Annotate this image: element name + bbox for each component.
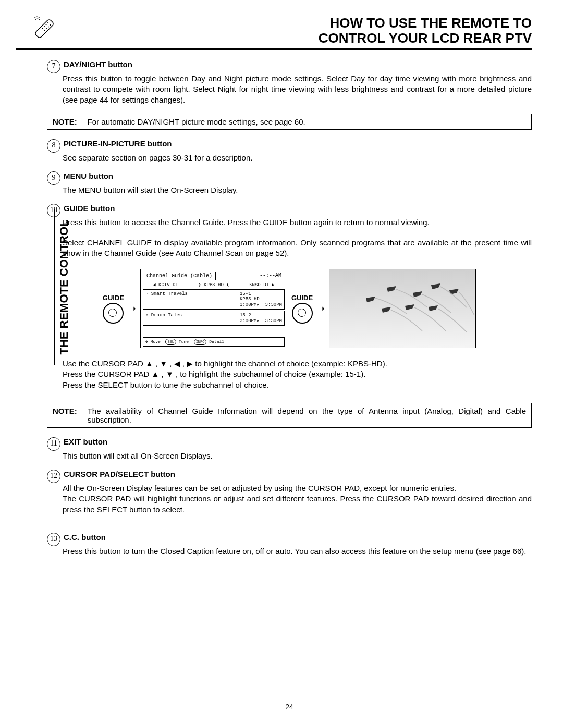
- item-number: 13: [47, 533, 60, 546]
- note-text: For automatic DAY/NIGHT picture mode set…: [88, 117, 305, 126]
- svg-point-3: [45, 24, 47, 26]
- guide-button-icon: GUIDE: [291, 294, 313, 324]
- guide-flow-diagram: GUIDE ➝ Channel Guide (Cable) --:--AM ◀ …: [47, 269, 532, 348]
- item-12: 12 CURSOR PAD/SELECT button All the On-S…: [47, 470, 532, 515]
- item-title: CURSOR PAD/SELECT button: [64, 470, 175, 478]
- guide-button-icon: GUIDE: [103, 294, 124, 324]
- svg-rect-0: [34, 19, 54, 39]
- svg-point-5: [44, 26, 45, 27]
- item-desc: See separate section on pages 30-31 for …: [63, 153, 532, 163]
- page-header: HOW TO USE THE REMOTE TO CONTROL YOUR LC…: [16, 16, 532, 50]
- item-9: 9 MENU button The MENU button will start…: [47, 171, 532, 195]
- note-box-1: NOTE: For automatic DAY/NIGHT picture mo…: [47, 114, 532, 130]
- item-desc: Press this button to toggle between Day …: [63, 73, 532, 105]
- item-title: C.C. button: [64, 533, 106, 541]
- arrow-right-icon: ➝: [128, 303, 136, 314]
- osd-program-row: ▫ Smart Travels 15-1KPBS-HD3:00PM▸ 3:30P…: [143, 289, 285, 310]
- osd-clock: --:--AM: [260, 273, 282, 278]
- osd-footer: ✥ Move SEL Tune INFO Detail: [143, 337, 285, 347]
- channel-guide-osd: Channel Guide (Cable) --:--AM ◀ KGTV-DT …: [140, 269, 287, 348]
- item-number: 9: [47, 171, 60, 185]
- svg-point-8: [44, 30, 45, 31]
- svg-point-4: [47, 26, 49, 28]
- item-number: 7: [47, 60, 60, 73]
- svg-point-6: [46, 28, 47, 30]
- arrow-right-icon: ➝: [317, 303, 325, 314]
- item-title: EXIT button: [64, 437, 107, 446]
- note-box-2: NOTE: The availability of Channel Guide …: [47, 403, 532, 428]
- item-8: 8 PICTURE-IN-PICTURE button See separate…: [47, 139, 532, 163]
- item-number: 8: [47, 139, 60, 153]
- item-11: 11 EXIT button This button will exit all…: [47, 437, 532, 461]
- note-label: NOTE:: [53, 406, 77, 424]
- page-title: HOW TO USE THE REMOTE TO CONTROL YOUR LC…: [57, 16, 532, 45]
- note-text: The availability of Channel Guide Inform…: [88, 406, 526, 424]
- item-7: 7 DAY/NIGHT button Press this button to …: [47, 60, 532, 105]
- svg-point-2: [50, 24, 51, 26]
- section-side-label: THE REMOTE CONTROL: [16, 60, 31, 711]
- note-label: NOTE:: [53, 117, 77, 126]
- item-desc: Press this button to turn the Closed Cap…: [63, 546, 532, 557]
- item-title: DAY/NIGHT button: [64, 60, 132, 69]
- item-number: 11: [47, 437, 60, 451]
- cursor-instruction-3: Press the SELECT button to tune the subc…: [63, 380, 532, 390]
- item-title: MENU button: [64, 171, 113, 180]
- osd-tab: Channel Guide (Cable): [143, 272, 216, 280]
- item-10: 10 GUIDE button Press this button to acc…: [47, 204, 532, 258]
- item-number: 12: [47, 470, 60, 483]
- item-desc-2: Select CHANNEL GUIDE to display availabl…: [63, 238, 532, 259]
- item-title: PICTURE-IN-PICTURE button: [64, 139, 172, 148]
- item-desc: This button will exit all On-Screen Disp…: [63, 451, 532, 461]
- osd-program-row: ▫ Draon Tales 15-23:00PM▸ 3:30PM: [143, 311, 285, 326]
- svg-point-7: [42, 28, 43, 29]
- tv-output-image: [329, 269, 476, 348]
- cursor-instruction-1: Use the CURSOR PAD ▲ , ▼ , ◀ , ▶ to high…: [63, 359, 532, 369]
- item-desc: Press this button to access the Channel …: [63, 217, 532, 228]
- item-13: 13 C.C. button Press this button to turn…: [47, 533, 532, 557]
- item-desc: All the On-Screen Display features can b…: [63, 483, 532, 515]
- remote-icon: [31, 16, 57, 42]
- osd-channel-row: ◀ KGTV-DT ❯ KPBS-HD ❮ KNSD-DT ▶: [141, 281, 287, 289]
- svg-point-1: [47, 22, 49, 23]
- page-number: 24: [47, 702, 532, 711]
- cursor-instruction-2: Press the CURSOR PAD ▲ , ▼ , to highligh…: [63, 369, 532, 379]
- item-desc: The MENU button will start the On-Screen…: [63, 185, 532, 195]
- item-title: GUIDE button: [64, 204, 115, 213]
